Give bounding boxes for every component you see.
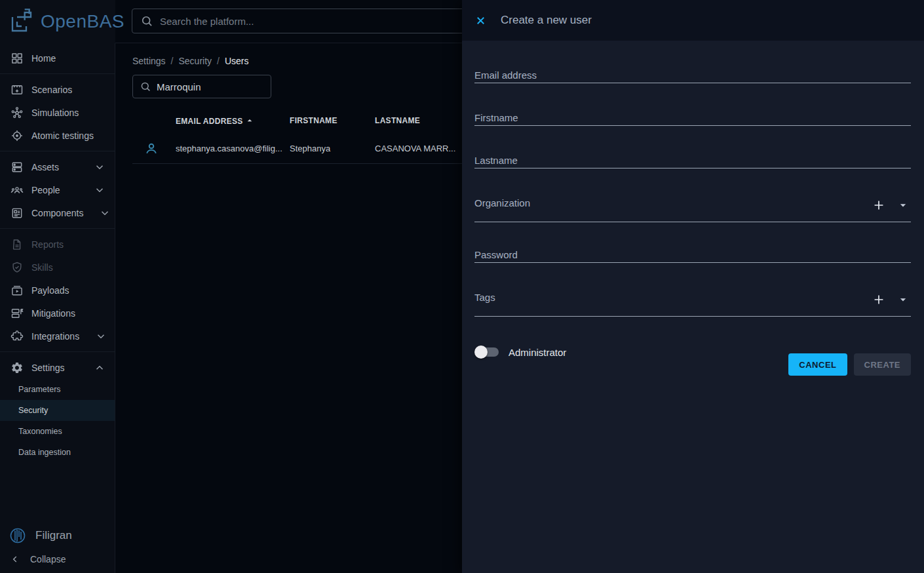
puzzle-icon [10, 330, 24, 343]
users-table: EMAIL ADDRESS FIRSTNAME LASTNAME stephan… [132, 108, 499, 164]
sidebar: OpenBAS Home Scenarios [0, 0, 115, 573]
drawer-actions: Administrator CANCEL CREATE [474, 344, 911, 376]
groups-icon [10, 184, 24, 197]
drawer-body: Email address Firstname Lastname Organiz… [462, 41, 924, 376]
chevron-down-icon [95, 330, 107, 342]
dashboard-icon [10, 52, 24, 65]
sidebar-item-home[interactable]: Home [0, 47, 115, 69]
add-tag-icon[interactable] [872, 292, 886, 307]
breadcrumb-settings[interactable]: Settings [132, 56, 166, 66]
firstname-field[interactable]: Firstname [474, 112, 911, 126]
platform-search[interactable] [132, 9, 486, 33]
sidebar-footer: Filigran Collapse [0, 522, 115, 573]
divider [0, 151, 115, 151]
cancel-button[interactable]: CANCEL [788, 353, 847, 376]
sidebar-subitem-parameters[interactable]: Parameters [0, 379, 115, 400]
sidebar-item-label: Skills [31, 262, 53, 273]
header-email-address[interactable]: EMAIL ADDRESS [176, 115, 290, 126]
sidebar-item-simulations[interactable]: Simulations [0, 101, 115, 124]
movie-icon [10, 83, 24, 96]
breadcrumb-users: Users [225, 56, 249, 66]
password-field[interactable]: Password [474, 249, 911, 263]
sidebar-item-payloads[interactable]: Payloads [0, 279, 115, 302]
sidebar-subitem-label: Parameters [18, 385, 61, 394]
divider [0, 351, 115, 352]
sidebar-item-label: Reports [31, 239, 64, 250]
cell-firstname: Stephanya [290, 144, 375, 153]
app-logo[interactable]: OpenBAS [0, 0, 115, 43]
app-title: OpenBAS [41, 11, 125, 32]
sidebar-item-label: Scenarios [31, 85, 72, 95]
create-button[interactable]: CREATE [854, 353, 911, 376]
sidebar-subitem-label: Data ingestion [18, 448, 71, 457]
sidebar-item-scenarios[interactable]: Scenarios [0, 78, 115, 101]
collapse-button[interactable]: Collapse [0, 549, 115, 569]
sidebar-item-reports: Reports [0, 233, 115, 256]
filigran-link[interactable]: Filigran [0, 522, 115, 549]
tags-field[interactable]: Tags [474, 292, 911, 317]
sort-asc-icon [244, 115, 255, 126]
password-field-label: Password [474, 249, 518, 260]
drawer-header: Create a new user [462, 0, 924, 41]
chevron-down-icon [94, 161, 106, 173]
sidebar-item-label: Payloads [31, 285, 69, 296]
sidebar-item-components[interactable]: Components [0, 201, 115, 224]
lastname-field[interactable]: Lastname [474, 155, 911, 168]
sidebar-item-label: Settings [31, 363, 65, 373]
table-header-row: EMAIL ADDRESS FIRSTNAME LASTNAME [132, 108, 499, 134]
shield-check-icon [10, 261, 24, 274]
sidebar-item-label: People [31, 185, 60, 195]
collapse-label: Collapse [30, 554, 66, 564]
organization-field-label: Organization [474, 197, 530, 208]
sidebar-subitem-taxonomies[interactable]: Taxonomies [0, 421, 115, 442]
sidebar-subitem-label: Taxonomies [18, 427, 62, 436]
sidebar-item-mitigations[interactable]: Mitigations [0, 302, 115, 325]
toggle-track[interactable] [476, 347, 499, 357]
chevron-left-icon [10, 555, 20, 564]
dns-icon [10, 161, 24, 174]
email-field-label: Email address [474, 69, 537, 81]
organization-field[interactable]: Organization [474, 197, 911, 222]
email-field[interactable]: Email address [474, 69, 911, 83]
close-icon[interactable] [471, 11, 490, 30]
add-organization-icon[interactable] [872, 198, 886, 212]
chevron-down-icon [94, 184, 106, 196]
search-icon [140, 81, 151, 92]
header-firstname[interactable]: FIRSTNAME [290, 116, 375, 125]
organization-dropdown-icon[interactable] [896, 199, 910, 212]
sidebar-subitem-security[interactable]: Security [0, 400, 115, 421]
cell-email: stephanya.casanova@filig... [176, 144, 290, 153]
target-icon [10, 129, 24, 142]
hub-icon [10, 106, 24, 119]
sidebar-item-settings[interactable]: Settings [0, 356, 115, 379]
file-icon [10, 238, 24, 251]
users-filter[interactable] [132, 75, 271, 98]
sidebar-item-assets[interactable]: Assets [0, 155, 115, 178]
breadcrumb-security[interactable]: Security [178, 56, 212, 66]
sidebar-subitem-label: Security [18, 406, 48, 415]
openbas-logo-icon [8, 8, 35, 35]
divider [0, 73, 115, 74]
sidebar-item-label: Mitigations [31, 308, 75, 319]
subscriptions-icon [10, 284, 24, 297]
tags-field-label: Tags [474, 292, 495, 303]
chevron-down-icon [99, 207, 111, 219]
drawer-title: Create a new user [501, 14, 592, 27]
divider [0, 228, 115, 229]
administrator-toggle-label: Administrator [509, 347, 566, 358]
users-filter-input[interactable] [157, 81, 264, 92]
tags-dropdown-icon[interactable] [896, 293, 910, 306]
filigran-label: Filigran [35, 529, 72, 542]
lastname-field-label: Lastname [474, 155, 518, 166]
sidebar-subitem-data-ingestion[interactable]: Data ingestion [0, 442, 115, 463]
sidebar-item-integrations[interactable]: Integrations [0, 325, 115, 347]
administrator-toggle[interactable]: Administrator [474, 344, 566, 361]
sidebar-item-atomic-testings[interactable]: Atomic testings [0, 124, 115, 147]
table-row[interactable]: stephanya.casanova@filig... Stephanya CA… [132, 134, 499, 164]
sidebar-item-people[interactable]: People [0, 178, 115, 201]
sidebar-item-label: Integrations [31, 331, 79, 342]
stacked-rows-icon [10, 307, 24, 320]
toggle-thumb[interactable] [474, 346, 488, 359]
platform-search-input[interactable] [160, 16, 477, 27]
chevron-up-icon [94, 362, 106, 374]
